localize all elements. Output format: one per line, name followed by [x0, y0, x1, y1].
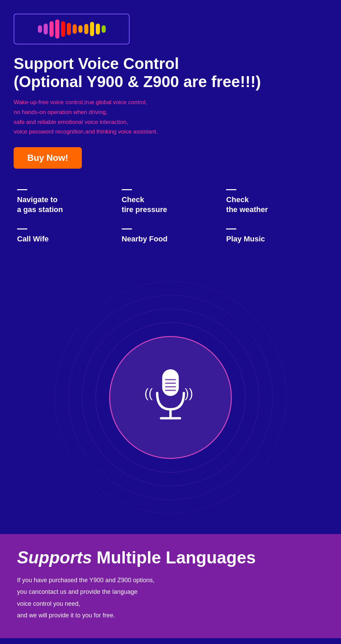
command-line-decoration — [226, 228, 236, 229]
command-text: Play Music — [226, 234, 324, 244]
command-play-music: Play Music — [223, 222, 327, 251]
command-text: Checktire pressure — [122, 195, 220, 214]
voice-commands-grid: Navigate toa gas station Checktire press… — [14, 182, 327, 251]
waveform-bar — [78, 25, 83, 33]
svg-rect-2 — [162, 369, 179, 396]
waveform-bar — [102, 25, 106, 33]
mic-section: (( )) — [0, 261, 341, 534]
command-weather: Checkthe weather — [223, 182, 327, 221]
command-line-decoration — [226, 189, 236, 190]
waveform-bar — [61, 21, 65, 37]
command-text: Nearby Food — [122, 234, 220, 244]
top-section: Support Voice Control(Optional Y900 & Z9… — [0, 0, 341, 261]
waveform-bar — [49, 21, 54, 37]
main-title: Support Voice Control(Optional Y900 & Z9… — [14, 55, 327, 91]
command-line-decoration — [122, 189, 132, 190]
command-text: Checkthe weather — [226, 195, 324, 214]
waveform-bar — [44, 24, 48, 34]
supports-title-rest: Multiple Languages — [92, 548, 256, 567]
command-text: Navigate toa gas station — [17, 195, 115, 214]
waveform-bar — [38, 25, 42, 33]
buy-now-button[interactable]: Buy Now! — [14, 147, 82, 169]
waveform-bar — [84, 24, 88, 34]
command-tire-pressure: Checktire pressure — [118, 182, 223, 221]
command-line-decoration — [17, 228, 27, 229]
mic-inner-circle: (( )) — [109, 336, 232, 459]
waveform-bar — [67, 23, 71, 35]
waveform-bar — [73, 24, 77, 34]
supports-title: Supports Multiple Languages — [17, 548, 324, 568]
waveform-bars — [38, 19, 106, 39]
waveform-box — [14, 14, 130, 44]
bottom-section: Supports Multiple Languages If you have … — [0, 534, 341, 638]
command-call-wife: Call Wife — [14, 222, 118, 251]
waveform-bar — [96, 24, 100, 34]
microphone-icon: (( )) — [136, 363, 205, 432]
waveform-bar — [90, 22, 94, 36]
mic-rings-container: (( )) — [55, 281, 286, 514]
supports-description: If you have purchased the Y900 and Z900 … — [17, 574, 324, 621]
svg-text:)): )) — [185, 386, 193, 400]
command-navigate-gas: Navigate toa gas station — [14, 182, 118, 221]
supports-title-bold: Supports — [17, 548, 92, 567]
waveform-bar — [55, 19, 59, 39]
command-nearby-food: Nearby Food — [118, 222, 223, 251]
svg-text:((: (( — [144, 386, 152, 400]
subtitle: Wake-up-free voice control,true global v… — [14, 98, 327, 137]
command-text: Call Wife — [17, 234, 115, 244]
command-line-decoration — [17, 189, 27, 190]
command-line-decoration — [122, 228, 132, 229]
